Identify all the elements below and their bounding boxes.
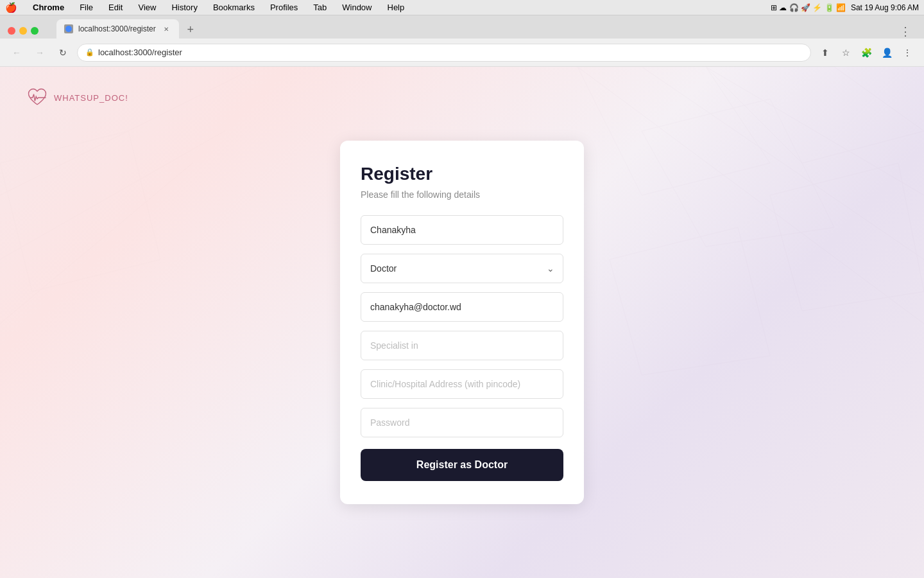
logo-icon (26, 86, 49, 109)
new-tab-button[interactable]: + (182, 21, 200, 39)
svg-marker-1 (578, 67, 770, 195)
minimize-window-button[interactable] (19, 27, 27, 35)
name-input[interactable] (361, 215, 563, 245)
menu-tab[interactable]: Tab (311, 3, 329, 12)
tab-favicon (64, 24, 73, 33)
traffic-lights (8, 27, 38, 35)
address-bar-actions: ⬆ ☆ 🧩 👤 ⋮ (816, 44, 916, 62)
registration-form: Register Please fill the following detai… (340, 141, 584, 504)
menu-edit[interactable]: Edit (106, 3, 125, 12)
menu-bookmarks[interactable]: Bookmarks (210, 3, 257, 12)
menubar-right: ⊞ ☁ 🎧 🚀 ⚡ 🔋 📶 Sat 19 Aug 9:06 AM (771, 3, 919, 12)
tab-title: localhost:3000/register (78, 24, 156, 33)
svg-marker-2 (642, 99, 834, 247)
logo: WHATSUP_DOC! (26, 86, 128, 109)
close-window-button[interactable] (8, 27, 15, 35)
menu-view[interactable]: View (135, 3, 158, 12)
svg-line-8 (706, 67, 924, 195)
browser-window: localhost:3000/register ✕ + ⋮ ← → ↻ 🔒 lo… (0, 15, 924, 578)
system-icons: ⊞ ☁ 🎧 🚀 ⚡ 🔋 📶 (771, 3, 846, 12)
menu-window[interactable]: Window (339, 3, 374, 12)
svg-line-11 (0, 163, 193, 324)
menu-profiles[interactable]: Profiles (268, 3, 300, 12)
register-doctor-button[interactable]: Register as Doctor (361, 449, 563, 481)
email-input[interactable] (361, 292, 563, 322)
apple-menu[interactable]: 🍎 (5, 2, 17, 13)
role-select-wrapper: Patient Doctor ⌄ (361, 254, 563, 283)
address-bar: ← → ↻ 🔒 localhost:3000/register ⬆ ☆ 🧩 👤 … (0, 39, 924, 67)
tab-close-button[interactable]: ✕ (161, 24, 171, 34)
profile-button[interactable]: 👤 (878, 44, 896, 62)
menu-file[interactable]: File (77, 3, 96, 12)
specialist-input[interactable] (361, 331, 563, 360)
form-title: Register (361, 164, 563, 184)
bookmark-button[interactable]: ☆ (837, 44, 855, 62)
clock: Sat 19 Aug 9:06 AM (851, 3, 919, 12)
menu-bar: 🍎 Chrome File Edit View History Bookmark… (0, 0, 924, 15)
forward-button[interactable]: → (31, 44, 49, 62)
address-input[interactable] (361, 369, 563, 399)
more-button[interactable]: ⋮ (898, 44, 916, 62)
page-content: WHATSUP_DOC! Register Please fill the fo… (0, 67, 924, 578)
back-button[interactable]: ← (8, 44, 26, 62)
menu-chrome[interactable]: Chrome (30, 3, 67, 12)
extensions-button[interactable]: 🧩 (857, 44, 875, 62)
svg-marker-3 (706, 67, 924, 163)
form-subtitle: Please fill the following details (361, 189, 563, 200)
role-select[interactable]: Patient Doctor (361, 254, 563, 283)
share-button[interactable]: ⬆ (816, 44, 834, 62)
password-input[interactable] (361, 408, 563, 437)
svg-line-10 (0, 131, 225, 259)
url-text: localhost:3000/register (98, 48, 182, 57)
lock-icon: 🔒 (85, 48, 94, 57)
logo-text: WHATSUP_DOC! (54, 93, 128, 103)
tabs-list-button[interactable]: ⋮ (900, 24, 911, 39)
maximize-window-button[interactable] (31, 27, 38, 35)
svg-marker-5 (610, 227, 770, 375)
svg-marker-4 (770, 163, 924, 311)
browser-tab[interactable]: localhost:3000/register ✕ (56, 19, 179, 39)
svg-line-7 (642, 67, 924, 259)
reload-button[interactable]: ↻ (54, 44, 72, 62)
menu-help[interactable]: Help (385, 3, 407, 12)
url-bar[interactable]: 🔒 localhost:3000/register (77, 44, 811, 62)
tab-bar: localhost:3000/register ✕ + ⋮ (0, 15, 924, 39)
svg-point-0 (65, 26, 72, 32)
menu-history[interactable]: History (169, 3, 200, 12)
svg-line-6 (578, 67, 924, 324)
